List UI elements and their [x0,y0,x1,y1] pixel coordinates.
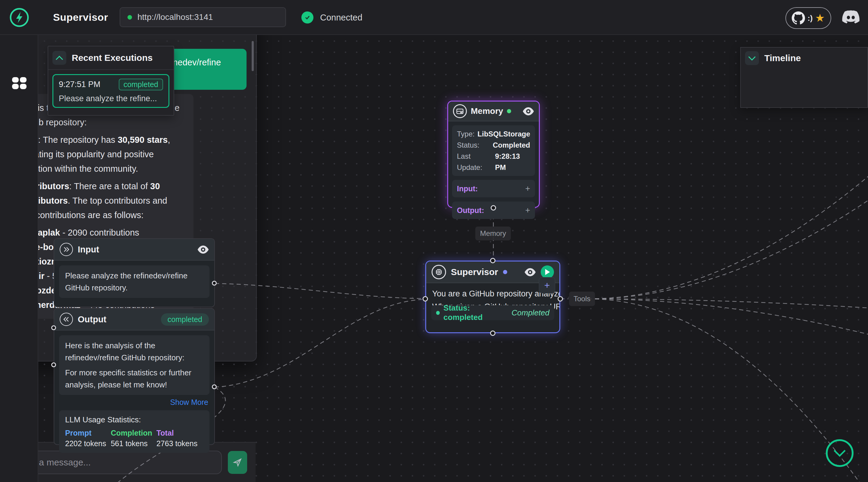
assistant-paragraph: Contributors: There are a total of 30 co… [16,179,185,222]
input-node-header[interactable]: Input [54,239,214,261]
input-content: Please analyze the refinedev/refine GitH… [59,265,210,298]
server-url-input[interactable]: http://localhost:3141 [120,7,286,27]
url-status-dot [127,15,132,20]
recent-executions-title: Recent Executions [72,53,153,63]
memory-info-box: Type:LibSQLStorage Status:Completed Last… [452,125,535,176]
memory-active-dot [507,109,511,113]
assistant-paragraph: Stars: The repository has 30,590 stars, … [16,133,185,176]
memory-status-label: Status: [457,139,479,151]
execution-time: 9:27:51 PM [59,80,100,89]
supervisor-visibility-toggle-eye-icon[interactable] [524,268,536,276]
server-url-text: http://localhost:3141 [137,12,213,22]
llm-prompt-stat: Prompt 2202 tokens [65,429,111,448]
llm-usage-title: LLM Usage Statistics: [65,415,204,424]
contributor-line: omeraplak - 2090 contributions [16,225,185,240]
connected-check-icon [301,11,313,24]
scroll-to-bottom-button[interactable] [826,439,854,467]
memory-type-value: LibSQLStorage [477,128,530,139]
output-node-title: Output [78,315,106,324]
supervisor-status-bar: Status: completed Completed [431,305,554,320]
input-node-title: Input [78,245,99,255]
status-dot [436,311,440,315]
execution-preview: Please analyze the refine... [59,94,163,103]
star-icon: ★ [815,13,825,24]
supervisor-agent-dot [503,270,507,274]
output-status-badge: completed [161,313,209,326]
memory-input-section[interactable]: Input: + [452,180,535,197]
input-node[interactable]: Input Please analyze the refinedev/refin… [54,238,215,307]
connection-status-label: Connected [320,13,362,23]
supervisor-instructions-line1: You are a GitHub repository analyzer. [432,287,553,300]
memory-status-value: Completed [493,139,530,151]
edge-label-memory: Memory [475,227,511,240]
memory-bottom-handle[interactable] [491,205,496,211]
output-node-header[interactable]: Output completed [54,309,214,330]
input-visibility-toggle-eye-icon[interactable] [197,246,209,254]
discord-link-icon[interactable] [842,10,860,25]
chat-scrollbar[interactable] [252,41,254,71]
output-left-handle-bottom[interactable] [51,362,56,367]
supervisor-status-value: Completed [512,308,550,318]
memory-type-label: Type: [457,128,475,139]
output-node[interactable]: Output completed Here is the analysis of… [54,308,215,445]
app-title: Supervisor [53,11,108,23]
app-window: Memory Tools Memory Type:LibSQLStorage S… [0,0,868,482]
storage-icon [453,104,467,118]
llm-completion-stat: Completion 561 tokens [111,429,156,448]
memory-output-expand-icon[interactable]: + [525,205,530,215]
github-smiley-text: :) [807,13,812,23]
chevron-down-icon [833,449,846,457]
github-star-button[interactable]: :) ★ [785,7,831,29]
memory-node-title: Memory [471,106,503,116]
agent-chip-icon [432,265,446,279]
llm-usage-box: LLM Usage Statistics: Prompt 2202 tokens… [59,410,210,453]
double-chevron-right-icon [60,243,73,256]
apps-grid-icon[interactable] [0,76,38,90]
connection-status: Connected [301,0,362,35]
input-right-handle[interactable] [212,281,217,286]
supervisor-node-title: Supervisor [451,267,498,277]
supervisor-run-button[interactable] [541,265,554,279]
app-logo-lightning-icon[interactable] [9,7,29,27]
supervisor-expand-button[interactable]: + [539,277,555,293]
supervisor-top-handle[interactable] [490,258,495,263]
timeline-title: Timeline [764,53,801,63]
memory-output-label: Output: [457,206,484,215]
show-more-link[interactable]: Show More [59,398,208,407]
github-icon [792,11,805,25]
memory-input-label: Input: [457,184,478,193]
memory-input-expand-icon[interactable]: + [525,184,530,193]
execution-status-badge: completed [119,78,163,90]
supervisor-bottom-handle[interactable] [490,330,495,336]
supervisor-status-text: Status: completed [443,303,508,322]
edge-label-tools: Tools [569,292,595,306]
memory-node[interactable]: Memory Type:LibSQLStorage Status:Complet… [447,101,540,208]
supervisor-node[interactable]: Supervisor You are a GitHub repository a… [425,261,560,333]
memory-node-header[interactable]: Memory [448,101,539,121]
output-right-handle[interactable] [212,384,217,389]
memory-lastupdate-value: 9:28:13 PM [495,151,530,173]
output-content: Here is the analysis of the refinedev/re… [59,335,210,395]
memory-lastupdate-label: Last Update: [457,151,495,173]
recent-executions-panel: Recent Executions 9:27:51 PM completed P… [48,46,174,116]
timeline-panel: Timeline [740,47,868,108]
timeline-collapse-button[interactable] [745,51,759,65]
execution-item[interactable]: 9:27:51 PM completed Please analyze the … [53,74,169,108]
double-chevron-left-icon [60,313,73,326]
output-content-para2: For more specific statistics or further … [65,366,204,391]
llm-total-stat: Total 2763 tokens [156,429,202,448]
recent-executions-collapse-button[interactable] [53,51,66,65]
supervisor-right-handle[interactable] [558,296,563,301]
top-bar: Supervisor http://localhost:3141 Connect… [0,0,868,35]
sidebar [0,35,38,482]
output-content-para1: Here is the analysis of the refinedev/re… [65,340,204,364]
memory-visibility-toggle-eye-icon[interactable] [523,107,534,116]
supervisor-left-handle[interactable] [423,296,428,301]
output-left-handle-top[interactable] [51,325,56,330]
